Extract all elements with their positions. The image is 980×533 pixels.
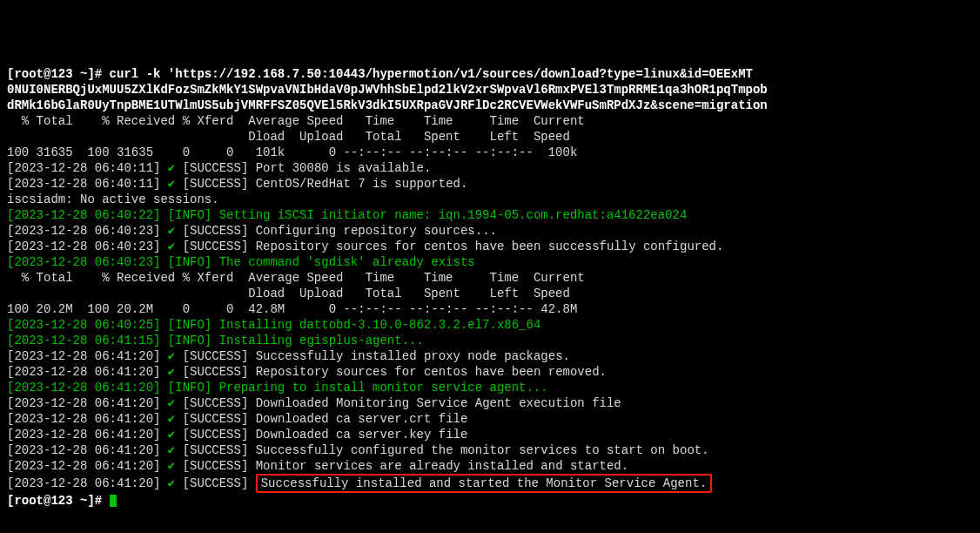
terminal-text: [SUCCESS] Successfully installed proxy n…	[175, 349, 570, 363]
terminal-line: % Total % Received % Xferd Average Speed…	[7, 270, 973, 286]
terminal-text: 100 20.2M 100 20.2M 0 0 42.8M 0 --:--:--…	[7, 302, 577, 316]
terminal-text: [2023-12-28 06:41:20]	[7, 396, 168, 410]
terminal-text: [SUCCESS] CentOS/RedHat 7 is supported.	[175, 177, 467, 191]
terminal-output[interactable]: [root@123 ~]# curl -k 'https://192.168.7…	[7, 66, 973, 509]
terminal-text: [SUCCESS] Port 30080 is available.	[175, 161, 431, 175]
terminal-text: [SUCCESS] Downloaded ca server.key file	[175, 428, 467, 442]
terminal-text: [SUCCESS] Monitor services are already i…	[175, 459, 628, 473]
cursor-icon	[110, 495, 117, 507]
terminal-line: [2023-12-28 06:41:20] ✔ [SUCCESS] Monito…	[7, 458, 973, 474]
terminal-text: dRMk16bGlaR0UyTnpBME1UTWlmUS5ubjVMRFFSZ0…	[7, 98, 768, 112]
terminal-line: [2023-12-28 06:41:20] ✔ [SUCCESS] Reposi…	[7, 364, 973, 380]
terminal-line: [2023-12-28 06:41:15] [INFO] Installing …	[7, 333, 973, 348]
terminal-text: iscsiadm: No active sessions.	[7, 192, 219, 206]
terminal-line: [2023-12-28 06:41:20] ✔ [SUCCESS] Downlo…	[7, 411, 973, 427]
terminal-line: [2023-12-28 06:41:20] ✔ [SUCCESS] Succes…	[7, 442, 973, 458]
terminal-text: [2023-12-28 06:40:25] [INFO] Installing …	[7, 318, 540, 332]
terminal-text: % Total % Received % Xferd Average Speed…	[7, 114, 585, 128]
terminal-line: Dload Upload Total Spent Left Speed	[7, 286, 973, 301]
terminal-text: [2023-12-28 06:40:23]	[7, 240, 168, 253]
terminal-text: [2023-12-28 06:41:15] [INFO] Installing …	[7, 334, 424, 347]
terminal-line: [root@123 ~]# curl -k 'https://192.168.7…	[7, 66, 973, 82]
terminal-text: [2023-12-28 06:41:20]	[7, 443, 168, 457]
terminal-text: [root@123 ~]# curl -k 'https://192.168.7…	[7, 67, 753, 81]
terminal-text: [SUCCESS] Repository sources for centos …	[175, 365, 607, 379]
terminal-text: [2023-12-28 06:40:11]	[7, 177, 168, 191]
terminal-text: [2023-12-28 06:40:22] [INFO] Setting iSC…	[7, 208, 687, 222]
terminal-line: [2023-12-28 06:41:20] ✔ [SUCCESS] Downlo…	[7, 395, 973, 411]
terminal-text: [2023-12-28 06:41:20]	[7, 459, 168, 473]
terminal-text: % Total % Received % Xferd Average Speed…	[7, 271, 585, 285]
terminal-line: [2023-12-28 06:40:25] [INFO] Installing …	[7, 317, 973, 333]
terminal-text: [SUCCESS] Downloaded Monitoring Service …	[175, 396, 621, 410]
terminal-text: [2023-12-28 06:41:20]	[7, 476, 168, 490]
terminal-text: [root@123 ~]#	[7, 494, 110, 508]
terminal-line: [2023-12-28 06:40:23] [INFO] The command…	[7, 254, 973, 270]
terminal-line: [2023-12-28 06:40:22] [INFO] Setting iSC…	[7, 207, 973, 223]
terminal-text: [SUCCESS] Successfully configured the mo…	[175, 443, 708, 457]
terminal-text: Dload Upload Total Spent Left Speed	[7, 130, 570, 144]
terminal-line: 100 20.2M 100 20.2M 0 0 42.8M 0 --:--:--…	[7, 301, 973, 317]
terminal-line: [2023-12-28 06:40:11] ✔ [SUCCESS] CentOS…	[7, 176, 973, 192]
terminal-line: iscsiadm: No active sessions.	[7, 192, 973, 207]
terminal-text: [2023-12-28 06:41:20]	[7, 428, 168, 442]
terminal-text: 100 31635 100 31635 0 0 101k 0 --:--:-- …	[7, 145, 577, 159]
terminal-line: [2023-12-28 06:41:20] ✔ [SUCCESS] Succes…	[7, 474, 973, 493]
terminal-text: [SUCCESS] Configuring repository sources…	[175, 224, 497, 238]
terminal-text: [2023-12-28 06:40:23]	[7, 224, 168, 238]
terminal-line: [2023-12-28 06:40:23] ✔ [SUCCESS] Config…	[7, 223, 973, 239]
terminal-text: [2023-12-28 06:41:20]	[7, 365, 168, 379]
terminal-line: [root@123 ~]#	[7, 493, 973, 509]
terminal-line: [2023-12-28 06:40:11] ✔ [SUCCESS] Port 3…	[7, 160, 973, 176]
terminal-text: [2023-12-28 06:41:20]	[7, 349, 168, 363]
terminal-text: [SUCCESS]	[175, 476, 255, 490]
terminal-line: [2023-12-28 06:41:20] [INFO] Preparing t…	[7, 380, 973, 395]
terminal-text: [SUCCESS] Downloaded ca server.crt file	[175, 412, 467, 426]
terminal-text: [2023-12-28 06:40:23] [INFO] The command…	[7, 255, 475, 269]
terminal-line: 100 31635 100 31635 0 0 101k 0 --:--:-- …	[7, 145, 973, 160]
terminal-line: Dload Upload Total Spent Left Speed	[7, 129, 973, 145]
terminal-text: [SUCCESS] Repository sources for centos …	[175, 240, 723, 253]
terminal-line: [2023-12-28 06:41:20] ✔ [SUCCESS] Succes…	[7, 348, 973, 364]
terminal-text: 0NUI0NERBQjUxMUU5ZXlKdFozSmZkMkY1SWpvaVN…	[7, 83, 768, 97]
terminal-line: dRMk16bGlaR0UyTnpBME1UTWlmUS5ubjVMRFFSZ0…	[7, 98, 973, 113]
terminal-line: [2023-12-28 06:41:20] ✔ [SUCCESS] Downlo…	[7, 427, 973, 442]
terminal-text: [2023-12-28 06:40:11]	[7, 161, 168, 175]
terminal-line: % Total % Received % Xferd Average Speed…	[7, 113, 973, 129]
terminal-line: [2023-12-28 06:40:23] ✔ [SUCCESS] Reposi…	[7, 239, 973, 254]
terminal-text: [2023-12-28 06:41:20] [INFO] Preparing t…	[7, 381, 548, 395]
terminal-text: Dload Upload Total Spent Left Speed	[7, 287, 570, 300]
highlighted-message: Successfully installed and started the M…	[256, 474, 712, 493]
terminal-line: 0NUI0NERBQjUxMUU5ZXlKdFozSmZkMkY1SWpvaVN…	[7, 82, 973, 98]
terminal-text: [2023-12-28 06:41:20]	[7, 412, 168, 426]
